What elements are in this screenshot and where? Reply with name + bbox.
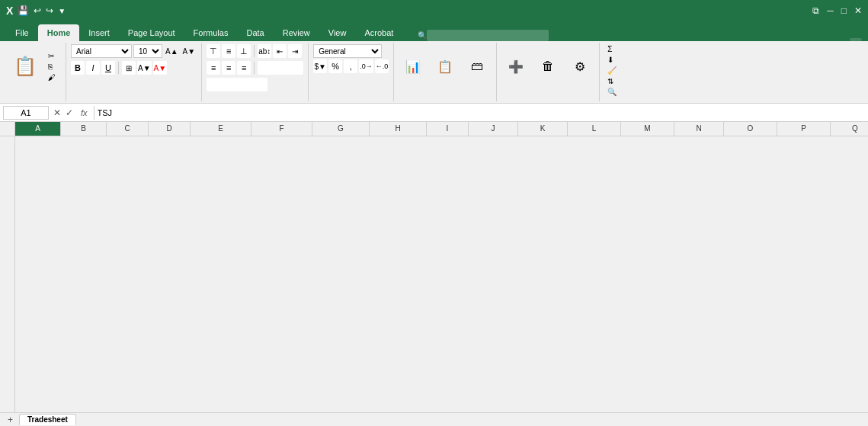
cell-styles-button[interactable]: 🗃: [463, 58, 492, 75]
row-numbers: [0, 136, 15, 412]
close-icon[interactable]: ✕: [854, 5, 862, 16]
excel-logo-icon: X: [6, 5, 13, 17]
fx-label: fx: [78, 108, 91, 117]
share-button[interactable]: [850, 38, 862, 41]
tab-insert[interactable]: Insert: [79, 24, 119, 41]
col-header-P[interactable]: P: [777, 122, 831, 136]
tab-home[interactable]: Home: [38, 24, 80, 41]
fill-color-button[interactable]: A▼: [137, 61, 152, 75]
insert-button[interactable]: ➕: [501, 58, 530, 76]
grid-table-wrap[interactable]: [15, 136, 868, 412]
align-left-button[interactable]: ≡: [207, 61, 220, 75]
align-center-button[interactable]: ≡: [222, 61, 235, 75]
customize-icon[interactable]: ▼: [58, 7, 66, 15]
merge-center-button[interactable]: [207, 78, 267, 91]
cut-button[interactable]: ✂: [45, 51, 61, 61]
wrap-text-button[interactable]: [258, 61, 303, 75]
cell-reference-input[interactable]: [3, 106, 49, 120]
ribbon-tabs: File Home Insert Page Layout Formulas Da…: [0, 21, 868, 41]
col-header-Q[interactable]: Q: [831, 122, 868, 136]
maximize-icon[interactable]: □: [841, 5, 847, 16]
tab-page-layout[interactable]: Page Layout: [119, 24, 184, 41]
col-header-O[interactable]: O: [724, 122, 777, 136]
align-right-button[interactable]: ≡: [237, 61, 251, 75]
grid-body: [0, 136, 868, 412]
cancel-formula-icon[interactable]: ✕: [52, 107, 62, 118]
formula-input[interactable]: [94, 106, 865, 120]
col-header-B[interactable]: B: [61, 122, 107, 136]
clipboard-group: 📋 ✂ ⎘ 🖌: [3, 43, 66, 101]
increase-font-icon[interactable]: A▲: [164, 47, 180, 56]
formula-bar: ✕ ✓ fx: [0, 104, 868, 122]
align-middle-button[interactable]: ≡: [222, 44, 235, 58]
font-size-select[interactable]: 10: [133, 44, 162, 58]
col-header-G[interactable]: G: [312, 122, 370, 136]
format-as-table-button[interactable]: 📋: [431, 58, 460, 76]
bold-button[interactable]: B: [71, 61, 85, 75]
redo-icon[interactable]: ↪: [46, 5, 53, 16]
comma-button[interactable]: ,: [344, 59, 357, 73]
styles-group: 📊 📋 🗃: [394, 43, 497, 101]
add-sheet-button[interactable]: +: [3, 414, 18, 426]
autosum-button[interactable]: Σ: [604, 44, 617, 54]
alignment-group: ⊤ ≡ ⊥ ab↕ ⇤ ⇥ ≡ ≡ ≡: [202, 43, 309, 101]
format-button[interactable]: ⚙: [565, 58, 594, 76]
tell-me-input[interactable]: [427, 30, 549, 41]
col-header-H[interactable]: H: [370, 122, 427, 136]
format-painter-button[interactable]: 🖌: [45, 72, 61, 82]
col-header-A[interactable]: A: [15, 122, 61, 136]
title-bar-left: X 💾 ↩ ↪ ▼: [6, 5, 66, 17]
col-header-N[interactable]: N: [674, 122, 724, 136]
underline-button[interactable]: U: [101, 61, 115, 75]
title-bar-right: ⧉ ─ □ ✕: [805, 5, 862, 16]
text-direction-button[interactable]: ab↕: [258, 44, 271, 58]
tab-formulas[interactable]: Formulas: [184, 24, 238, 41]
paste-button[interactable]: 📋: [8, 51, 43, 82]
font-group: Arial 10 A▲ A▼ B I U ⊞ A▼ A▼: [66, 43, 202, 101]
cells-group: ➕ 🗑 ⚙: [497, 43, 600, 101]
currency-button[interactable]: $▼: [313, 59, 327, 73]
restore-icon[interactable]: ⧉: [812, 5, 819, 16]
fill-button[interactable]: ⬇: [604, 55, 619, 65]
italic-button[interactable]: I: [86, 61, 100, 75]
col-header-L[interactable]: L: [568, 122, 621, 136]
col-header-I[interactable]: I: [427, 122, 469, 136]
find-select-button[interactable]: 🔍: [604, 87, 622, 97]
col-header-F[interactable]: F: [251, 122, 312, 136]
decrease-decimal-button[interactable]: ←.0: [375, 59, 389, 73]
col-header-K[interactable]: K: [518, 122, 568, 136]
col-header-J[interactable]: J: [469, 122, 518, 136]
number-format-select[interactable]: General: [313, 44, 382, 58]
tab-file[interactable]: File: [6, 24, 38, 41]
increase-decimal-button[interactable]: .0→: [359, 59, 373, 73]
undo-icon[interactable]: ↩: [34, 5, 41, 16]
clear-button[interactable]: 🧹: [604, 66, 622, 75]
save-icon[interactable]: 💾: [18, 5, 29, 16]
tab-acrobat[interactable]: Acrobat: [355, 24, 402, 41]
font-color-button[interactable]: A▼: [153, 61, 168, 75]
col-header-E[interactable]: E: [191, 122, 251, 136]
col-header-D[interactable]: D: [149, 122, 191, 136]
border-button[interactable]: ⊞: [122, 61, 136, 75]
conditional-formatting-button[interactable]: 📊: [399, 58, 428, 76]
delete-button[interactable]: 🗑: [533, 58, 562, 75]
confirm-formula-icon[interactable]: ✓: [64, 107, 75, 118]
indent-increase-button[interactable]: ⇥: [288, 44, 302, 58]
align-bottom-button[interactable]: ⊥: [237, 44, 251, 58]
editing-group: Σ ⬇ 🧹 ⇅ 🔍: [600, 43, 626, 101]
align-top-button[interactable]: ⊤: [207, 44, 220, 58]
tab-view[interactable]: View: [319, 24, 356, 41]
col-header-M[interactable]: M: [621, 122, 674, 136]
col-header-C[interactable]: C: [107, 122, 149, 136]
sort-filter-button[interactable]: ⇅: [604, 76, 619, 86]
indent-decrease-button[interactable]: ⇤: [273, 44, 287, 58]
percent-button[interactable]: %: [328, 59, 342, 73]
copy-button[interactable]: ⎘: [45, 62, 61, 72]
decrease-font-icon[interactable]: A▼: [181, 47, 197, 56]
sheet-tab-tradesheet[interactable]: Tradesheet: [19, 414, 76, 425]
font-name-select[interactable]: Arial: [71, 44, 132, 58]
tab-data[interactable]: Data: [237, 24, 273, 41]
minimize-icon[interactable]: ─: [827, 5, 834, 16]
column-header-row: A B C D E F G H I J K L M N O P Q R: [0, 122, 868, 136]
tab-review[interactable]: Review: [274, 24, 319, 41]
